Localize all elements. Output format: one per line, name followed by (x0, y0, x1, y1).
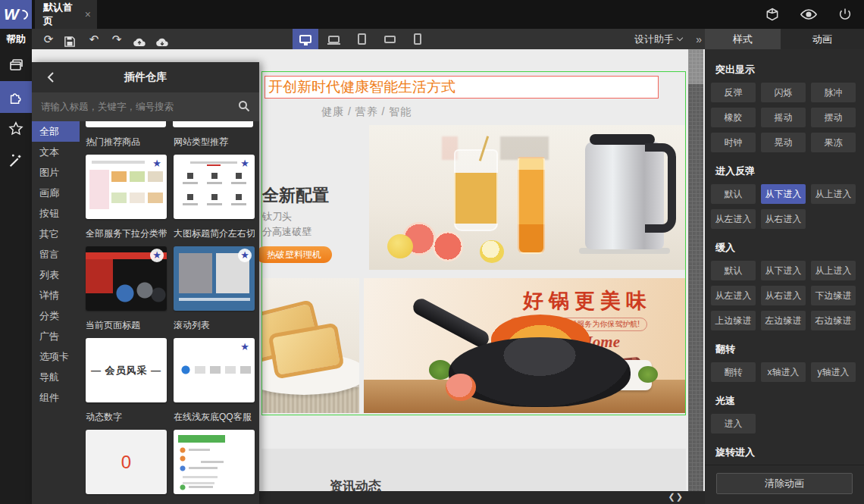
tab-animation[interactable]: 动画 (781, 29, 864, 49)
sidebar-plugins-button[interactable] (0, 81, 32, 113)
anim-option-button[interactable]: 下边缘进 (811, 286, 856, 305)
anim-option-button[interactable]: 进入 (711, 414, 756, 434)
anim-option-button[interactable]: 时钟 (711, 133, 756, 152)
page-tab[interactable]: 默认首页 × (35, 0, 97, 29)
search-icon[interactable] (238, 100, 250, 112)
anim-option-button[interactable]: 摆动 (811, 108, 856, 127)
anim-option-button[interactable]: 上边缘进 (711, 311, 756, 330)
plugin-card[interactable]: 当前页面标题— 会员风采 — (86, 311, 167, 402)
help-button[interactable]: 帮助 (0, 29, 32, 49)
category-item[interactable]: 文本 (32, 142, 80, 162)
toast-photo[interactable] (262, 278, 359, 413)
category-item[interactable]: 按钮 (32, 203, 80, 224)
category-item[interactable]: 图片 (32, 162, 80, 183)
page-headline[interactable]: 开创新时代健康智能生活方式 (265, 77, 455, 97)
headline-selection-box[interactable]: 开创新时代健康智能生活方式 (265, 76, 659, 99)
plugin-card[interactable]: 全部服务下拉分类带...★ (86, 219, 167, 311)
anim-option-button[interactable]: 右边缘进 (811, 311, 856, 330)
device-phone-button[interactable] (405, 29, 430, 49)
sidebar-pages-button[interactable] (0, 49, 32, 81)
anim-option-button[interactable]: 从右进入 (761, 209, 806, 229)
plugin-card[interactable]: 在线浅灰底QQ客服 (174, 402, 255, 494)
category-item[interactable]: 留言 (32, 244, 80, 265)
category-item[interactable]: 列表 (32, 265, 80, 285)
scrollbar-thumb[interactable] (688, 49, 703, 84)
anim-option-button[interactable]: 默认 (711, 261, 756, 280)
category-item[interactable]: 详情 (32, 285, 80, 305)
tab-style[interactable]: 样式 (705, 29, 781, 49)
kettle-photo[interactable] (369, 125, 685, 270)
plugin-card-partial[interactable] (173, 121, 253, 127)
code-view-icon[interactable]: ❮❯ (668, 492, 684, 502)
anim-option-button[interactable]: 左边缘进 (761, 311, 806, 330)
anim-option-button[interactable]: 脉冲 (811, 83, 856, 102)
sidebar-wand-button[interactable] (0, 145, 32, 177)
plugin-card[interactable]: 网站类型推荐★ (174, 127, 255, 219)
anim-option-button[interactable]: x轴进入 (761, 362, 806, 382)
cloud-download-icon[interactable] (155, 32, 169, 47)
plugin-card[interactable]: 热门推荐商品★ (86, 127, 167, 219)
category-item[interactable]: 其它 (32, 224, 80, 244)
plugin-search-input[interactable] (32, 102, 259, 112)
back-chevron-icon[interactable] (42, 69, 59, 86)
plugin-card[interactable]: 大图标题简介左右切...★ (174, 219, 255, 311)
sidebar-favorites-button[interactable] (0, 113, 32, 145)
anim-option-button[interactable]: 果冻 (811, 133, 856, 152)
device-phone-landscape-button[interactable] (377, 29, 402, 49)
category-item[interactable]: 画廊 (32, 183, 80, 203)
collapse-panel-button[interactable]: » (696, 29, 702, 49)
anim-option-button[interactable]: y轴进入 (811, 362, 856, 382)
anim-option-button[interactable]: 默认 (711, 184, 756, 204)
device-desktop-button[interactable] (293, 29, 318, 49)
anim-option-button[interactable]: 从右进入 (761, 286, 806, 305)
anim-option-button[interactable]: 晃动 (761, 133, 806, 152)
promo-text-block[interactable]: 全新配置 钛刀头 分高速破壁 热破壁料理机 (262, 125, 365, 270)
anim-option-button[interactable]: 从上进入 (811, 261, 856, 280)
save-icon[interactable] (64, 32, 78, 47)
anim-option-button[interactable]: 从下进入 (761, 184, 806, 204)
category-item[interactable]: 导航 (32, 367, 80, 387)
favorite-star-icon[interactable]: ★ (238, 157, 252, 171)
anim-option-button[interactable]: 反弹 (711, 83, 756, 102)
clear-animation-button[interactable]: 清除动画 (716, 473, 853, 494)
undo-icon[interactable]: ↶ (87, 29, 101, 49)
category-item[interactable]: 选项卡 (32, 346, 80, 367)
category-item[interactable]: 组件 (32, 387, 80, 408)
news-section[interactable]: 资讯动态 (261, 449, 686, 491)
cloud-upload-icon[interactable] (133, 32, 146, 47)
favorite-star-icon[interactable]: ★ (150, 249, 164, 262)
category-item[interactable]: 分类 (32, 305, 80, 326)
page-subtitle[interactable]: 健康 / 营养 / 智能 (321, 105, 412, 119)
device-tablet-button[interactable] (349, 29, 374, 49)
plugin-card[interactable]: 页眉2 (174, 494, 255, 504)
canvas-scrollbar[interactable] (688, 49, 703, 491)
refresh-icon[interactable]: ⟳ (42, 29, 55, 49)
category-item[interactable]: 全部 (32, 121, 80, 142)
anim-option-button[interactable]: 闪烁 (761, 83, 806, 102)
anim-option-button[interactable]: 从左进入 (711, 286, 756, 305)
tab-close-icon[interactable]: × (85, 8, 91, 20)
plugin-card[interactable]: 动态数字0 (86, 402, 167, 494)
plugin-card-partial[interactable] (86, 121, 166, 127)
favorite-star-icon[interactable]: ★ (238, 340, 252, 354)
design-assistant-dropdown[interactable]: 设计助手 (634, 29, 682, 49)
anim-option-button[interactable]: 从上进入 (811, 184, 856, 204)
plugin-card[interactable]: 联系我们 (86, 494, 167, 504)
anim-option-button[interactable]: 橡胶 (711, 108, 756, 127)
selected-section-outline[interactable]: 开创新时代健康智能生活方式 健康 / 营养 / 智能 全新配置 钛刀头 分高速破… (261, 71, 686, 415)
preview-eye-icon[interactable] (800, 6, 817, 23)
favorite-star-icon[interactable]: ★ (238, 249, 252, 262)
redo-icon[interactable]: ↷ (110, 29, 124, 49)
anim-option-button[interactable]: 翻转 (711, 362, 756, 382)
components-box-icon[interactable] (764, 6, 781, 23)
category-item[interactable]: 广告 (32, 326, 80, 346)
anim-option-button[interactable]: 从下进入 (761, 261, 806, 280)
anim-option-button[interactable]: 从左进入 (711, 209, 756, 229)
plugin-card[interactable]: 滚动列表★ (174, 311, 255, 402)
device-laptop-button[interactable] (321, 29, 346, 49)
anim-option-button[interactable]: 摇动 (761, 108, 806, 127)
promo-button[interactable]: 热破壁料理机 (256, 246, 332, 263)
favorite-star-icon[interactable]: ★ (150, 157, 164, 171)
power-icon[interactable] (837, 6, 853, 23)
wok-banner[interactable]: 好锅更美味 无忧购物，至诚服务为你保驾护航! Warm Home (364, 278, 685, 413)
